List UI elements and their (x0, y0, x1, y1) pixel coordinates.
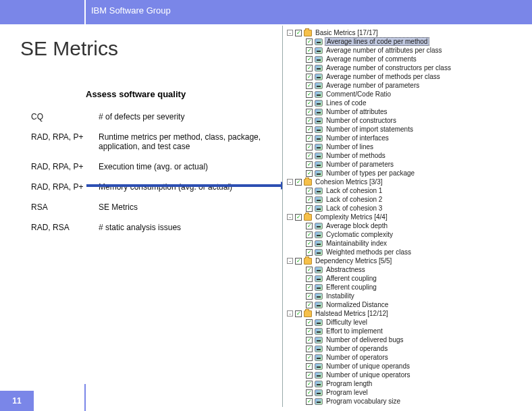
tree-checkbox[interactable]: ✓ (306, 205, 313, 212)
tree-checkbox[interactable]: ✓ (306, 319, 313, 326)
tree-item[interactable]: ✓Number of methods (287, 151, 531, 160)
tree-item[interactable]: ✓Lack of cohesion 2 (287, 195, 531, 204)
tree-checkbox[interactable]: ✓ (306, 144, 313, 150)
tree-checkbox[interactable]: ✓ (306, 126, 313, 133)
tree-group[interactable]: -✓Complexity Metrics [4/4] (287, 213, 531, 221)
expand-toggle[interactable]: - (287, 179, 293, 185)
expand-toggle[interactable]: - (287, 214, 293, 220)
tree-item[interactable]: ✓Average block depth (287, 221, 531, 230)
tree-item[interactable]: ✓Lack of cohesion 3 (287, 204, 531, 213)
tree-item[interactable]: ✓Program volume (287, 406, 531, 407)
tree-checkbox[interactable]: ✓ (306, 346, 313, 352)
tree-item[interactable]: ✓Efferent coupling (287, 283, 531, 292)
tree-item[interactable]: ✓Number of operands (287, 344, 531, 353)
tree-checkbox[interactable]: ✓ (306, 196, 313, 203)
tree-group[interactable]: -✓Basic Metrics [17/17] (287, 28, 531, 37)
tree-item[interactable]: ✓Maintainability index (287, 239, 531, 248)
tree-item[interactable]: ✓Number of attributes (287, 107, 531, 116)
tree-item[interactable]: ✓Number of operators (287, 353, 531, 362)
tree-checkbox[interactable]: ✓ (306, 337, 313, 344)
tree-item[interactable]: ✓Number of delivered bugs (287, 335, 531, 344)
tree-label: Average block depth (325, 222, 389, 229)
tree-checkbox[interactable]: ✓ (306, 170, 313, 177)
expand-toggle[interactable]: - (287, 258, 293, 264)
tree-checkbox[interactable]: ✓ (306, 231, 313, 238)
tree-item[interactable]: ✓Program level (287, 388, 531, 397)
tree-checkbox[interactable]: ✓ (306, 302, 313, 308)
tree-checkbox[interactable]: ✓ (306, 275, 313, 282)
tree-checkbox[interactable]: ✓ (306, 381, 313, 387)
tree-item[interactable]: ✓Lines of code (287, 99, 531, 107)
tree-item[interactable]: ✓Average number of comments (287, 55, 531, 63)
tree-checkbox[interactable]: ✓ (306, 407, 313, 408)
tree-item[interactable]: ✓Program length (287, 379, 531, 388)
tree-checkbox[interactable]: ✓ (306, 65, 313, 72)
tree-checkbox[interactable]: ✓ (306, 91, 313, 98)
metric-icon (315, 188, 323, 194)
tree-item[interactable]: ✓Number of unique operands (287, 362, 531, 371)
tree-item[interactable]: ✓Effort to implement (287, 327, 531, 335)
tree-item[interactable]: ✓Number of import statements (287, 125, 531, 134)
tree-checkbox[interactable]: ✓ (306, 249, 313, 256)
tree-checkbox[interactable]: ✓ (306, 398, 313, 405)
tree-item[interactable]: ✓Cyclomatic complexity (287, 230, 531, 239)
tree-checkbox[interactable]: ✓ (306, 82, 313, 89)
tree-item[interactable]: ✓Afferent coupling (287, 274, 531, 283)
tree-item[interactable]: ✓Instability (287, 292, 531, 300)
tree-checkbox[interactable]: ✓ (306, 267, 313, 273)
tree-item[interactable]: ✓Lack of cohesion 1 (287, 186, 531, 195)
tree-checkbox[interactable]: ✓ (306, 100, 313, 107)
tree-item[interactable]: ✓Abstractness (287, 265, 531, 274)
tree-group[interactable]: -✓Dependency Metrics [5/5] (287, 256, 531, 265)
tree-checkbox[interactable]: ✓ (306, 372, 313, 379)
arrow-line (86, 184, 281, 187)
tree-checkbox[interactable]: ✓ (306, 153, 313, 159)
tree-checkbox[interactable]: ✓ (295, 179, 302, 186)
tree-item[interactable]: ✓Average number of attributes per class (287, 46, 531, 55)
tree-item[interactable]: ✓Difficulty level (287, 318, 531, 327)
tree-group[interactable]: -✓Cohesion Metrics [3/3] (287, 177, 531, 186)
tree-checkbox[interactable]: ✓ (306, 38, 313, 45)
tree-checkbox[interactable]: ✓ (306, 135, 313, 142)
tree-item[interactable]: ✓Program vocabulary size (287, 397, 531, 406)
tree-item[interactable]: ✓Normalized Distance (287, 300, 531, 309)
tree-checkbox[interactable]: ✓ (306, 56, 313, 63)
tree-checkbox[interactable]: ✓ (306, 389, 313, 396)
tree-checkbox[interactable]: ✓ (306, 354, 313, 361)
metric-icon (315, 267, 323, 273)
tree-checkbox[interactable]: ✓ (306, 74, 313, 80)
tree-checkbox[interactable]: ✓ (295, 258, 302, 265)
tree-item[interactable]: ✓Number of types per package (287, 169, 531, 177)
tree-checkbox[interactable]: ✓ (306, 188, 313, 194)
tree-item[interactable]: ✓Number of unique operators (287, 371, 531, 379)
tree-item[interactable]: ✓Number of constructors (287, 116, 531, 125)
tree-checkbox[interactable]: ✓ (306, 284, 313, 291)
tree-item[interactable]: ✓Average number of methods per class (287, 72, 531, 81)
tree-item[interactable]: ✓Comment/Code Ratio (287, 90, 531, 99)
tree-item[interactable]: ✓Number of interfaces (287, 134, 531, 142)
tree-checkbox[interactable]: ✓ (306, 363, 313, 370)
tree-checkbox[interactable]: ✓ (306, 47, 313, 54)
tree-checkbox[interactable]: ✓ (295, 310, 302, 317)
tree-group[interactable]: -✓Halstead Metrics [12/12] (287, 309, 531, 318)
tree-checkbox[interactable]: ✓ (295, 30, 302, 36)
tree-checkbox[interactable]: ✓ (306, 293, 313, 300)
tree-checkbox[interactable]: ✓ (306, 328, 313, 335)
table-row: RSASE Metrics (27, 197, 270, 217)
expand-toggle[interactable]: - (287, 310, 293, 317)
tree-item[interactable]: ✓Number of parameters (287, 160, 531, 169)
tree-checkbox[interactable]: ✓ (295, 214, 302, 221)
tree-checkbox[interactable]: ✓ (306, 240, 313, 247)
topbar-divider (84, 0, 86, 24)
tool-cell: RSA (27, 197, 95, 217)
tree-checkbox[interactable]: ✓ (306, 161, 313, 168)
expand-toggle[interactable]: - (287, 30, 293, 36)
tree-checkbox[interactable]: ✓ (306, 223, 313, 229)
tree-item[interactable]: ✓Average lines of code per method (287, 37, 531, 46)
tree-item[interactable]: ✓Average number of parameters (287, 81, 531, 90)
tree-checkbox[interactable]: ✓ (306, 117, 313, 124)
tree-checkbox[interactable]: ✓ (306, 109, 313, 115)
tree-item[interactable]: ✓Weighted methods per class (287, 248, 531, 256)
tree-item[interactable]: ✓Average number of constructors per clas… (287, 63, 531, 72)
tree-item[interactable]: ✓Number of lines (287, 142, 531, 151)
